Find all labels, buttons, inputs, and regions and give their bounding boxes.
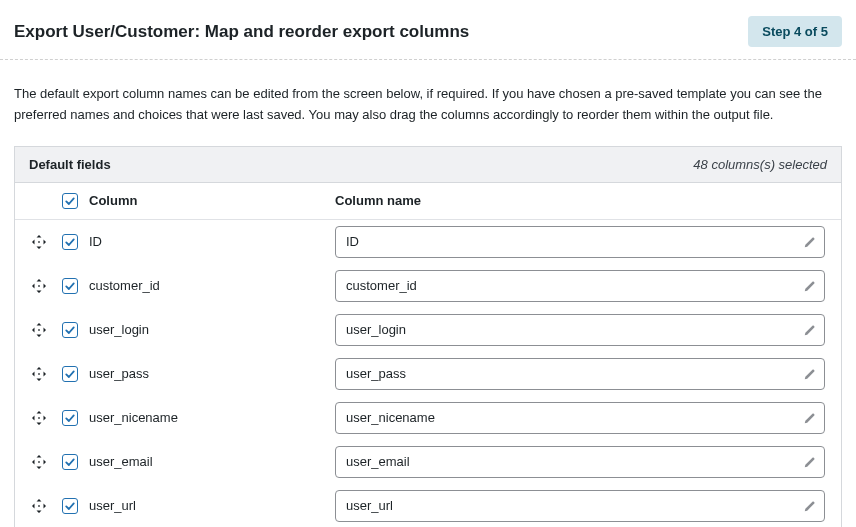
row-checkbox[interactable] [62, 234, 78, 250]
row-checkbox[interactable] [62, 366, 78, 382]
pencil-icon[interactable] [803, 499, 817, 513]
pencil-icon[interactable] [803, 411, 817, 425]
check-icon [64, 195, 76, 207]
pencil-icon[interactable] [803, 323, 817, 337]
drag-handle-icon[interactable] [31, 454, 47, 470]
drag-handle-icon[interactable] [31, 410, 47, 426]
table-header: Column Column name [15, 183, 841, 220]
column-header: Column [85, 193, 335, 208]
column-name-input[interactable] [335, 490, 825, 522]
row-checkbox[interactable] [62, 498, 78, 514]
column-name-input[interactable] [335, 226, 825, 258]
field-label: customer_id [89, 278, 160, 293]
drag-handle-icon[interactable] [31, 234, 47, 250]
field-label: user_login [89, 322, 149, 337]
table-row: user_email [15, 440, 841, 484]
columns-table: Default fields 48 columns(s) selected Co… [14, 146, 842, 527]
table-row: user_url [15, 484, 841, 527]
table-row: user_pass [15, 352, 841, 396]
select-all-checkbox[interactable] [62, 193, 78, 209]
column-name-input[interactable] [335, 402, 825, 434]
column-name-input[interactable] [335, 270, 825, 302]
field-label: user_url [89, 498, 136, 513]
row-checkbox[interactable] [62, 454, 78, 470]
column-name-input[interactable] [335, 446, 825, 478]
column-name-input[interactable] [335, 314, 825, 346]
selected-count: 48 columns(s) selected [693, 157, 827, 172]
drag-handle-icon[interactable] [31, 366, 47, 382]
page-title: Export User/Customer: Map and reorder ex… [14, 22, 469, 42]
pencil-icon[interactable] [803, 367, 817, 381]
field-label: user_email [89, 454, 153, 469]
column-name-header: Column name [335, 193, 833, 208]
table-row: user_login [15, 308, 841, 352]
row-checkbox[interactable] [62, 410, 78, 426]
pencil-icon[interactable] [803, 455, 817, 469]
table-row: ID [15, 220, 841, 264]
pencil-icon[interactable] [803, 235, 817, 249]
field-label: user_nicename [89, 410, 178, 425]
column-name-input[interactable] [335, 358, 825, 390]
drag-handle-icon[interactable] [31, 278, 47, 294]
step-badge: Step 4 of 5 [748, 16, 842, 47]
pencil-icon[interactable] [803, 279, 817, 293]
section-title: Default fields [29, 157, 111, 172]
field-label: ID [89, 234, 102, 249]
row-checkbox[interactable] [62, 278, 78, 294]
drag-handle-icon[interactable] [31, 322, 47, 338]
table-row: user_nicename [15, 396, 841, 440]
table-row: customer_id [15, 264, 841, 308]
drag-handle-icon[interactable] [31, 498, 47, 514]
field-label: user_pass [89, 366, 149, 381]
row-checkbox[interactable] [62, 322, 78, 338]
page-description: The default export column names can be e… [0, 60, 856, 146]
